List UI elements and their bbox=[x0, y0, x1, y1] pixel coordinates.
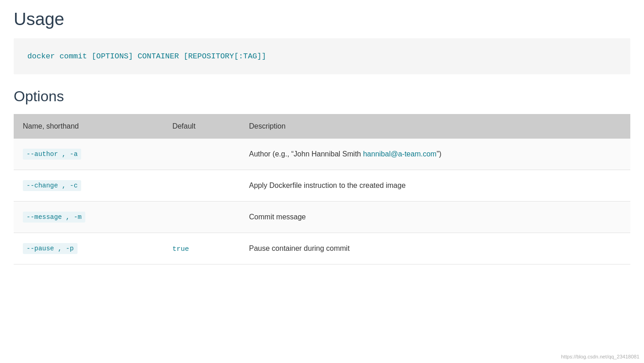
row-name-cell: --author , -a bbox=[14, 139, 163, 170]
table-row: --change , -cApply Dockerfile instructio… bbox=[14, 170, 630, 202]
table-row: --author , -aAuthor (e.g., “John Hanniba… bbox=[14, 139, 630, 170]
option-name: --pause , -p bbox=[23, 243, 78, 254]
row-default-cell bbox=[163, 139, 240, 170]
option-description: Commit message bbox=[249, 213, 306, 221]
col-header-description: Description bbox=[240, 114, 630, 139]
row-description-cell: Pause container during commit bbox=[240, 233, 630, 264]
option-name: --message , -m bbox=[23, 212, 85, 223]
table-header-row: Name, shorthand Default Description bbox=[14, 114, 630, 139]
row-name-cell: --change , -c bbox=[14, 170, 163, 202]
watermark: https://blog.csdn.net/qq_23418081 bbox=[561, 354, 639, 359]
row-default-cell bbox=[163, 202, 240, 233]
option-name: --author , -a bbox=[23, 149, 81, 160]
table-row: --pause , -ptruePause container during c… bbox=[14, 233, 630, 264]
col-header-name: Name, shorthand bbox=[14, 114, 163, 139]
page-title: Usage bbox=[14, 9, 630, 29]
row-name-cell: --pause , -p bbox=[14, 233, 163, 264]
options-title: Options bbox=[14, 88, 630, 105]
row-default-cell: true bbox=[163, 233, 240, 264]
row-name-cell: --message , -m bbox=[14, 202, 163, 233]
row-description-cell: Author (e.g., “John Hannibal Smith hanni… bbox=[240, 139, 630, 170]
row-default-cell bbox=[163, 170, 240, 202]
option-description: Pause container during commit bbox=[249, 244, 350, 252]
row-description-cell: Apply Dockerfile instruction to the crea… bbox=[240, 170, 630, 202]
code-text: docker commit [OPTIONS] CONTAINER [REPOS… bbox=[27, 52, 266, 61]
description-link[interactable]: hannibal@a-team.com bbox=[363, 150, 436, 158]
option-name: --change , -c bbox=[23, 180, 81, 191]
usage-code-block: docker commit [OPTIONS] CONTAINER [REPOS… bbox=[14, 38, 630, 74]
option-description: Apply Dockerfile instruction to the crea… bbox=[249, 182, 405, 189]
row-description-cell: Commit message bbox=[240, 202, 630, 233]
options-table: Name, shorthand Default Description --au… bbox=[14, 114, 630, 264]
col-header-default: Default bbox=[163, 114, 240, 139]
option-default: true bbox=[172, 245, 189, 253]
table-row: --message , -mCommit message bbox=[14, 202, 630, 233]
